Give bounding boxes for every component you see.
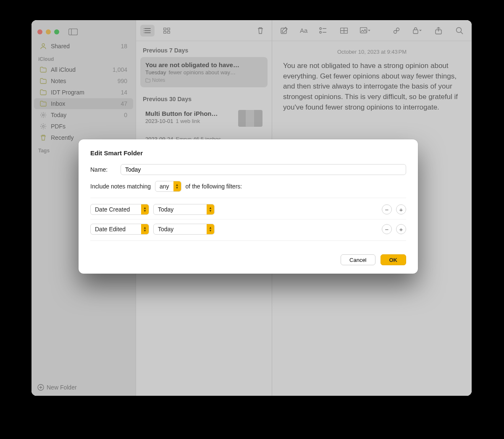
folder-icon bbox=[40, 89, 48, 95]
format-button[interactable]: Aa bbox=[298, 25, 309, 37]
stepper-icon: ▲▼ bbox=[207, 224, 214, 234]
filter-row: Date Created▲▼Today▲▼−+ bbox=[90, 200, 406, 219]
sidebar-item-label: Inbox bbox=[51, 100, 121, 107]
sidebar-item-count: 990 bbox=[118, 78, 127, 84]
match-prefix-text: Include notes matching bbox=[90, 183, 151, 190]
stepper-icon: ▲▼ bbox=[141, 204, 149, 214]
note-list-item[interactable]: Multi Button for iPhon…2023-10-011 web l… bbox=[140, 106, 268, 128]
sidebar-item-idt-program[interactable]: IDT Program14 bbox=[34, 87, 133, 98]
checklist-button[interactable] bbox=[316, 25, 330, 37]
list-section-header: Previous 7 Days bbox=[136, 41, 272, 57]
svg-rect-0 bbox=[69, 29, 78, 35]
filter-field-select[interactable]: Date Created▲▼ bbox=[90, 204, 149, 215]
editor-body[interactable]: October 10, 2023 at 9:43 PM You are not … bbox=[272, 41, 472, 120]
dialog-title: Edit Smart Folder bbox=[90, 149, 406, 157]
svg-rect-31 bbox=[413, 30, 418, 34]
new-folder-button[interactable]: New Folder bbox=[32, 379, 136, 396]
view-list-button[interactable] bbox=[140, 25, 155, 37]
delete-note-button[interactable] bbox=[253, 25, 268, 37]
new-folder-label: New Folder bbox=[47, 384, 77, 391]
svg-rect-14 bbox=[164, 28, 166, 30]
folder-icon bbox=[40, 67, 48, 73]
sidebar-item-all-icloud[interactable]: All iCloud1,004 bbox=[34, 64, 133, 75]
minimize-window-button[interactable] bbox=[46, 29, 51, 34]
toggle-sidebar-icon[interactable] bbox=[68, 28, 80, 36]
sidebar-item-label: Today bbox=[51, 112, 124, 118]
note-preview: Tuesdayfewer opinions about way… bbox=[145, 69, 262, 76]
sidebar-item-pdfs[interactable]: PDFs bbox=[34, 121, 133, 132]
remove-filter-button[interactable]: − bbox=[382, 204, 392, 214]
sidebar-item-count: 0 bbox=[124, 112, 127, 118]
sidebar-item-label: All iCloud bbox=[51, 66, 113, 73]
plus-circle-icon bbox=[37, 384, 44, 391]
svg-rect-16 bbox=[164, 31, 166, 33]
note-date: October 10, 2023 at 9:43 PM bbox=[283, 49, 461, 55]
shared-icon bbox=[40, 43, 48, 50]
editor-toolbar: Aa bbox=[272, 20, 472, 41]
svg-line-30 bbox=[396, 30, 397, 31]
folder-name-input[interactable] bbox=[121, 164, 406, 175]
svg-point-20 bbox=[320, 27, 321, 29]
filter-value-select[interactable]: Today▲▼ bbox=[153, 224, 215, 235]
compose-button[interactable] bbox=[277, 25, 291, 37]
zoom-window-button[interactable] bbox=[54, 29, 59, 34]
remove-filter-button[interactable]: − bbox=[382, 224, 392, 234]
view-gallery-button[interactable] bbox=[160, 25, 174, 37]
sidebar-item-today[interactable]: Today0 bbox=[34, 110, 133, 120]
note-title: You are not obligated to have… bbox=[145, 61, 262, 68]
link-icon[interactable] bbox=[389, 25, 404, 37]
svg-point-33 bbox=[457, 27, 462, 32]
stepper-icon: ▲▼ bbox=[141, 224, 149, 234]
share-button[interactable] bbox=[431, 25, 446, 37]
sidebar-item-notes[interactable]: Notes990 bbox=[34, 76, 133, 86]
sidebar-item-inbox[interactable]: Inbox47 bbox=[34, 98, 133, 109]
name-label: Name: bbox=[90, 166, 116, 173]
note-title: Multi Button for iPhon… bbox=[145, 110, 235, 117]
match-mode-value: any bbox=[155, 183, 173, 190]
note-list-item[interactable]: You are not obligated to have…Tuesdayfew… bbox=[140, 57, 268, 87]
trash-icon bbox=[40, 134, 48, 141]
sidebar-section-label: iCloud bbox=[32, 52, 136, 64]
sidebar-item-shared[interactable]: Shared 18 bbox=[34, 41, 133, 52]
gear-icon bbox=[40, 123, 48, 130]
match-suffix-text: of the following filters: bbox=[186, 183, 242, 190]
table-button[interactable] bbox=[337, 25, 351, 37]
close-window-button[interactable] bbox=[37, 29, 42, 34]
folder-icon bbox=[40, 101, 48, 107]
svg-point-4 bbox=[42, 125, 45, 128]
match-mode-select[interactable]: any ▲▼ bbox=[155, 181, 181, 192]
lock-menu-button[interactable] bbox=[410, 25, 425, 37]
sidebar-item-count: 1,004 bbox=[113, 66, 127, 73]
search-button[interactable] bbox=[452, 25, 467, 37]
add-filter-button[interactable]: + bbox=[396, 224, 406, 234]
filter-row: Date Edited▲▼Today▲▼−+ bbox=[90, 219, 406, 239]
svg-point-3 bbox=[42, 114, 45, 116]
filter-field-select[interactable]: Date Edited▲▼ bbox=[90, 224, 149, 235]
sidebar-item-count: 18 bbox=[121, 43, 127, 50]
svg-rect-17 bbox=[168, 31, 170, 33]
cancel-button[interactable]: Cancel bbox=[341, 254, 375, 265]
add-filter-button[interactable]: + bbox=[396, 204, 406, 214]
media-menu-button[interactable] bbox=[358, 25, 372, 37]
ok-button[interactable]: OK bbox=[381, 254, 407, 265]
gear-icon bbox=[40, 112, 48, 118]
svg-rect-15 bbox=[168, 28, 170, 30]
sidebar-item-label: Notes bbox=[51, 78, 118, 84]
svg-rect-27 bbox=[360, 27, 367, 33]
list-section-header: Previous 30 Days bbox=[136, 90, 272, 106]
svg-point-11 bbox=[144, 28, 144, 29]
sidebar-item-label: IDT Program bbox=[51, 89, 121, 96]
svg-point-12 bbox=[144, 30, 144, 31]
window-controls bbox=[32, 23, 136, 40]
note-preview: 2023-10-011 web link bbox=[145, 118, 235, 124]
edit-smart-folder-dialog: Edit Smart Folder Name: Include notes ma… bbox=[79, 139, 418, 274]
svg-line-34 bbox=[461, 32, 463, 34]
list-toolbar bbox=[136, 20, 272, 41]
svg-point-22 bbox=[320, 31, 321, 33]
sidebar-item-count: 47 bbox=[121, 100, 127, 107]
stepper-icon: ▲▼ bbox=[207, 204, 214, 214]
note-text[interactable]: You are not obligated to have a strong o… bbox=[283, 61, 461, 112]
filter-value-select[interactable]: Today▲▼ bbox=[153, 204, 215, 215]
stepper-icon: ▲▼ bbox=[173, 181, 181, 191]
sidebar-item-label: Shared bbox=[51, 43, 121, 50]
